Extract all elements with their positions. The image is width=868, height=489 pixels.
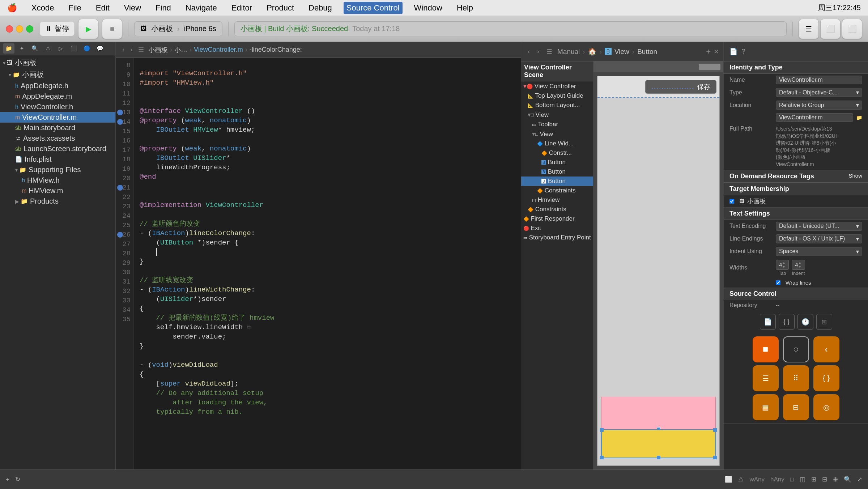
menu-view[interactable]: View xyxy=(121,2,144,14)
scene-entry-point[interactable]: ➡ Storyboard Entry Point xyxy=(521,233,593,242)
scene-first-responder[interactable]: 🔶 First Responder xyxy=(521,214,593,224)
ib-nav-back[interactable]: ‹ xyxy=(526,47,532,56)
type-select[interactable]: Default - Objective-C... ▾ xyxy=(776,88,862,97)
tree-launchscreen[interactable]: sb LaunchScreen.storyboard xyxy=(0,144,115,154)
name-field[interactable]: ViewController.m xyxy=(776,76,862,84)
nav-forward-button[interactable]: › xyxy=(128,45,135,55)
show-button[interactable]: Show xyxy=(848,173,862,179)
scene-toolbar[interactable]: ▭ Toolbar xyxy=(521,120,593,129)
handle-tr[interactable] xyxy=(713,428,717,432)
line-13[interactable]: 13 xyxy=(116,108,133,117)
breadcrumb-project[interactable]: 小画板 xyxy=(148,46,168,54)
stop-button[interactable]: ⏸ 暂停 xyxy=(40,21,75,36)
scene-constr[interactable]: 🔶 Constr... xyxy=(521,148,593,158)
scene-view-controller[interactable]: ▾ 🔴 View Controller xyxy=(521,81,593,91)
indent-width-stepper[interactable]: ▲▼ xyxy=(798,261,802,269)
status-layout-5[interactable]: ⊕ xyxy=(833,476,838,483)
code-content[interactable]: #import "ViewController.h" #import "HMVi… xyxy=(134,58,521,469)
ib-nav-forward[interactable]: › xyxy=(535,47,541,56)
scene-button-1[interactable]: 🅱 Button xyxy=(521,158,593,167)
status-layout-3[interactable]: ⊞ xyxy=(811,476,816,483)
search-navigator-icon[interactable]: 🔍 xyxy=(29,43,41,54)
navigator-toggle[interactable]: ☰ xyxy=(799,19,819,39)
line-14[interactable]: 14 xyxy=(116,117,133,127)
status-icon[interactable]: ↻ xyxy=(15,476,20,483)
tree-root[interactable]: ▾ 🖼 小画板 xyxy=(0,57,115,69)
indent-width-value[interactable]: 4 xyxy=(795,261,798,268)
scheme-selector[interactable]: 🖼 小画板 › iPhone 6s xyxy=(134,21,222,36)
quick-help-icon[interactable]: ? xyxy=(742,48,745,56)
breadcrumb-folder[interactable]: 小… xyxy=(174,46,187,54)
ib-nav-hierarchy[interactable]: ☰ xyxy=(544,47,554,56)
breakpoint-navigator-icon[interactable]: 🔵 xyxy=(81,43,93,54)
sc-panel-icon[interactable]: ▤ xyxy=(753,394,779,420)
tree-info-plist[interactable]: 📄 Info.plist xyxy=(0,154,115,165)
encoding-select[interactable]: Default - Unicode (UT... ▾ xyxy=(776,222,862,231)
indent-select[interactable]: Spaces ▾ xyxy=(776,247,862,256)
status-issues-icon[interactable]: ⚠ xyxy=(738,476,744,483)
close-window-button[interactable] xyxy=(6,25,13,33)
breadcrumb-method[interactable]: -lineColorChange: xyxy=(250,46,302,54)
menu-find[interactable]: Find xyxy=(153,2,174,14)
issues-navigator-icon[interactable]: ⚠ xyxy=(42,43,54,54)
tree-appdelegate-m[interactable]: m AppDelegate.m xyxy=(0,91,115,102)
test-navigator-icon[interactable]: ▷ xyxy=(55,43,67,54)
scene-view[interactable]: ▾ □ View xyxy=(521,110,593,120)
status-layout-4[interactable]: ⊟ xyxy=(822,476,827,483)
sc-icon-bracket[interactable]: { } xyxy=(779,314,795,330)
handle-bl[interactable] xyxy=(600,456,604,459)
tree-products[interactable]: ▶ 📁 Products xyxy=(0,196,115,207)
scene-exit[interactable]: 🔴 Exit xyxy=(521,224,593,233)
menu-source-control[interactable]: Source Control xyxy=(344,2,403,14)
run-button[interactable]: ▶ xyxy=(78,19,98,39)
file-inspector-icon[interactable]: 📄 xyxy=(729,48,737,56)
tree-hmview-h[interactable]: h HMView.h xyxy=(0,175,115,186)
location-browse-icon[interactable]: 📁 xyxy=(856,115,862,120)
menu-help[interactable]: Help xyxy=(454,2,476,14)
line-endings-select[interactable]: Default - OS X / Unix (LF) ▾ xyxy=(776,234,862,243)
sc-circle-icon[interactable]: ○ xyxy=(783,336,809,362)
sc-target-icon[interactable]: ◎ xyxy=(813,394,839,420)
menu-editor[interactable]: Editor xyxy=(229,2,255,14)
line-21[interactable]: 21 xyxy=(116,183,133,192)
ib-add-button[interactable]: + xyxy=(706,47,711,56)
status-zoom-icon[interactable]: 🔍 xyxy=(844,476,851,483)
handle-bc[interactable] xyxy=(657,456,660,459)
sc-stop-icon[interactable]: ■ xyxy=(753,336,779,362)
scene-view-2[interactable]: ▾ □ View xyxy=(521,129,593,139)
scene-button-2[interactable]: 🅱 Button xyxy=(521,167,593,177)
debug-navigator-icon[interactable]: ⬛ xyxy=(68,43,80,54)
scene-constraints[interactable]: 🔶 Constraints xyxy=(521,186,593,195)
canvas-area[interactable]: ................. 保存 xyxy=(593,61,723,469)
location-value-field[interactable]: ViewController.m xyxy=(776,113,853,122)
scene-bottom-layout[interactable]: 📐 Bottom Layout... xyxy=(521,101,593,110)
tree-assets[interactable]: 🗂 Assets.xcassets xyxy=(0,133,115,144)
handle-br[interactable] xyxy=(713,456,717,459)
pink-view[interactable] xyxy=(601,397,716,429)
menu-product[interactable]: Product xyxy=(264,2,297,14)
sc-bracket-icon[interactable]: { } xyxy=(813,365,839,391)
tree-project-folder[interactable]: ▾ 📁 小画板 xyxy=(0,69,115,81)
sc-icon-clock[interactable]: 🕐 xyxy=(797,314,813,330)
sc-list-icon[interactable]: ☰ xyxy=(753,365,779,391)
tree-main-storyboard[interactable]: sb Main.storyboard xyxy=(0,123,115,133)
sc-dots-icon[interactable]: ⠿ xyxy=(783,365,809,391)
menu-debug[interactable]: Debug xyxy=(306,2,335,14)
report-navigator-icon[interactable]: 💬 xyxy=(94,43,106,54)
wrap-checkbox[interactable] xyxy=(776,280,780,285)
scene-constraints-2[interactable]: 🔶 Constraints xyxy=(521,205,593,214)
utilities-toggle[interactable]: ⬜ xyxy=(842,19,862,39)
location-select[interactable]: Relative to Group ▾ xyxy=(776,101,862,110)
maximize-window-button[interactable] xyxy=(26,25,33,33)
line-26[interactable]: 26 xyxy=(116,230,133,239)
status-layout-2[interactable]: ◫ xyxy=(800,476,805,483)
nav-hierarchy-button[interactable]: ☰ xyxy=(136,45,146,55)
status-expand-icon[interactable]: ⤢ xyxy=(857,476,862,483)
sc-back-icon[interactable]: ‹ xyxy=(813,336,839,362)
tree-viewcontroller-h[interactable]: h ViewController.h xyxy=(0,102,115,112)
sc-panel-2-icon[interactable]: ⊟ xyxy=(783,394,809,420)
file-navigator-icon[interactable]: 📁 xyxy=(3,43,14,54)
scene-top-layout[interactable]: 📐 Top Layout Guide xyxy=(521,91,593,101)
target-checkbox[interactable] xyxy=(729,199,734,204)
status-layout-1[interactable]: □ xyxy=(790,476,794,483)
